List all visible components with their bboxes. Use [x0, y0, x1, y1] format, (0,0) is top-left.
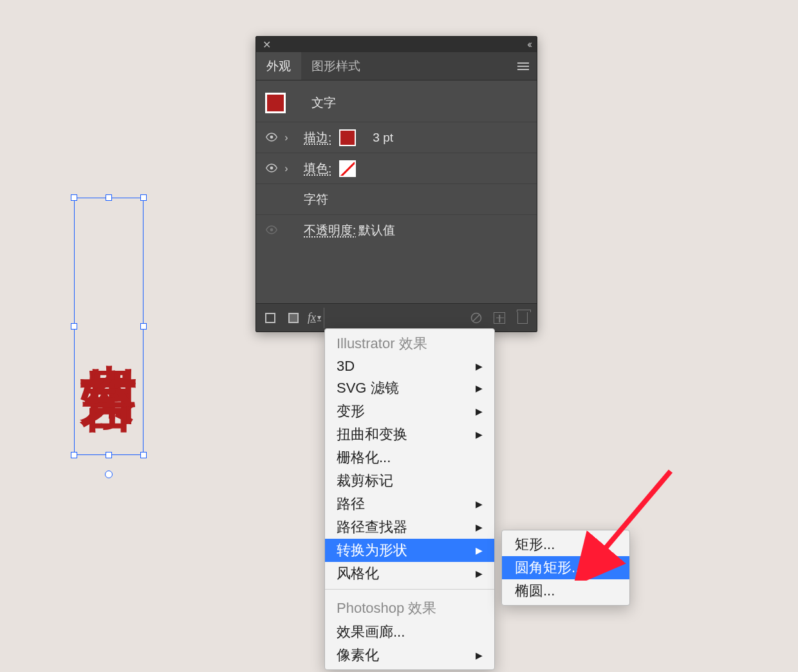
visibility-toggle-stroke[interactable] [264, 131, 279, 145]
sel-handle-tr[interactable] [140, 194, 147, 201]
panel-body: 文字 › 描边: 3 pt › 填色: 字符 [256, 80, 537, 303]
sel-handle-tl[interactable] [71, 194, 77, 201]
effects-menu-item-9[interactable]: 风格化▶ [325, 562, 494, 585]
new-fill-button[interactable] [286, 310, 301, 326]
effects-menu-item-label-2: 变形 [337, 402, 365, 421]
submenu-arrow-icon: ▶ [476, 568, 483, 579]
fill-swatch-none[interactable] [339, 160, 356, 177]
prohibit-icon [470, 312, 483, 324]
row-characters[interactable]: 字符 [256, 183, 537, 214]
convert-submenu-label-2: 椭圆... [515, 581, 555, 601]
new-stroke-button[interactable] [263, 310, 278, 326]
panel-close-icon[interactable]: ✕ [263, 39, 271, 51]
fill-label[interactable]: 填色: [304, 160, 331, 177]
effects-menu-item-label-1: SVG 滤镜 [337, 378, 399, 398]
canvas-text-object[interactable]: 貴州茅台 [74, 198, 144, 455]
effects-menu-item-label-8: 转换为形状 [337, 541, 407, 560]
effects-menu-item-label-7: 路径查找器 [337, 518, 407, 537]
eye-icon [265, 163, 278, 173]
square-filled-icon [288, 313, 299, 323]
sel-handle-br[interactable] [140, 452, 147, 458]
effects-menu2-item-label-1: 像素化 [337, 646, 379, 665]
convert-submenu-item-2[interactable]: 椭圆... [502, 579, 629, 602]
sel-handle-mr[interactable] [140, 323, 147, 330]
hamburger-icon [517, 62, 529, 70]
stroke-value[interactable]: 3 pt [373, 131, 393, 145]
effects-menu2-item-label-0: 效果画廊... [337, 622, 405, 642]
sel-handle-bc[interactable] [106, 452, 112, 458]
panel-tabs: 外观 图形样式 [256, 52, 537, 80]
effects-menu-item-label-4: 栅格化... [337, 448, 391, 467]
panel-collapse-icon[interactable]: ‹‹ [527, 39, 530, 50]
submenu-arrow-icon: ▶ [476, 383, 483, 393]
effects-menu-item-label-5: 裁剪标记 [337, 471, 393, 490]
sel-handle-tc[interactable] [106, 194, 112, 201]
menu-section-photoshop: Photoshop 效果 [325, 593, 494, 621]
sel-anchor-circle[interactable] [105, 471, 113, 478]
effects-menu-item-1[interactable]: SVG 滤镜▶ [325, 377, 494, 400]
submenu-arrow-icon: ▶ [476, 650, 483, 660]
type-swatch[interactable] [265, 93, 286, 113]
expand-fill[interactable]: › [279, 163, 293, 174]
submenu-arrow-icon: ▶ [476, 522, 483, 532]
effects-menu-item-4[interactable]: 栅格化... [325, 446, 494, 469]
sel-handle-bl[interactable] [71, 452, 77, 458]
convert-to-shape-submenu: 矩形...圆角矩形...椭圆... [501, 530, 630, 606]
effects-menu-item-label-9: 风格化 [337, 564, 379, 583]
tab-graphic-styles[interactable]: 图形样式 [301, 52, 371, 80]
panel-footer: fx▾ [256, 303, 537, 331]
effects-menu-item-6[interactable]: 路径▶ [325, 492, 494, 516]
stroke-swatch[interactable] [339, 129, 356, 146]
tab-appearance[interactable]: 外观 [256, 52, 301, 80]
clear-appearance-button[interactable] [469, 310, 484, 326]
sel-handle-ml[interactable] [71, 323, 77, 330]
type-label: 文字 [311, 95, 336, 111]
expand-stroke[interactable]: › [279, 132, 293, 144]
svg-point-1 [270, 166, 274, 169]
tab-graphic-styles-label: 图形样式 [311, 58, 360, 75]
convert-submenu-label-1: 圆角矩形... [515, 558, 583, 577]
effects-menu-item-8[interactable]: 转换为形状▶ [325, 539, 494, 562]
svg-point-2 [270, 228, 274, 231]
effects-menu-item-0[interactable]: 3D▶ [325, 356, 494, 377]
row-opacity[interactable]: 不透明度: 默认值 [256, 214, 537, 245]
submenu-arrow-icon: ▶ [476, 361, 483, 371]
eye-icon [265, 133, 278, 142]
convert-submenu-item-1[interactable]: 圆角矩形... [502, 556, 629, 579]
vertical-text[interactable]: 貴州茅台 [74, 198, 144, 455]
duplicate-item-button[interactable] [492, 310, 507, 326]
convert-submenu-item-0[interactable]: 矩形... [502, 533, 629, 556]
stroke-label[interactable]: 描边: [304, 129, 331, 146]
effects-menu-item-3[interactable]: 扭曲和变换▶ [325, 423, 494, 446]
visibility-toggle-fill[interactable] [264, 162, 279, 176]
trash-icon [517, 312, 528, 324]
effects-menu-item-5[interactable]: 裁剪标记 [325, 469, 494, 492]
effects-menu-item-label-6: 路径 [337, 494, 365, 514]
effects-menu: Illustrator 效果 3D▶SVG 滤镜▶变形▶扭曲和变换▶栅格化...… [324, 328, 495, 670]
row-stroke[interactable]: › 描边: 3 pt [256, 122, 537, 153]
submenu-arrow-icon: ▶ [476, 429, 483, 440]
svg-point-0 [270, 135, 274, 138]
plus-box-icon [494, 312, 505, 324]
effects-menu2-item-0[interactable]: 效果画廊... [325, 621, 494, 644]
opacity-value: 默认值 [358, 222, 395, 239]
menu-separator [325, 589, 494, 590]
menu-section-illustrator: Illustrator 效果 [325, 329, 494, 356]
panel-empty-area [256, 245, 537, 303]
effects-menu2-item-1[interactable]: 像素化▶ [325, 644, 494, 667]
delete-item-button[interactable] [515, 310, 530, 326]
opacity-label[interactable]: 不透明度: [304, 222, 356, 239]
visibility-toggle-opacity[interactable] [264, 223, 279, 238]
submenu-arrow-icon: ▶ [476, 499, 483, 509]
submenu-arrow-icon: ▶ [476, 545, 483, 555]
row-type[interactable]: 文字 [256, 84, 537, 122]
effects-menu-item-7[interactable]: 路径查找器▶ [325, 516, 494, 539]
panel-titlebar[interactable]: ✕ ‹‹ [256, 37, 537, 52]
effects-menu-item-label-3: 扭曲和变换 [337, 425, 407, 444]
eye-icon [265, 225, 278, 234]
add-effect-button[interactable]: fx▾ [309, 308, 324, 328]
row-fill[interactable]: › 填色: [256, 153, 537, 183]
convert-submenu-label-0: 矩形... [515, 535, 555, 554]
effects-menu-item-2[interactable]: 变形▶ [325, 400, 494, 423]
panel-menu-icon[interactable] [510, 52, 537, 80]
